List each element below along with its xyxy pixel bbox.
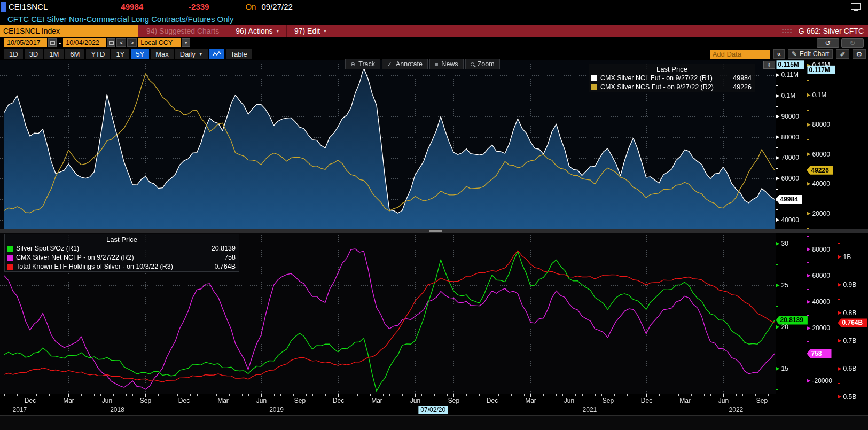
period-1y-button[interactable]: 1Y [111, 49, 129, 59]
legend-top: Last Price CMX Silver NCL Fut - on 9/27/… [589, 64, 755, 92]
period-1d-button[interactable]: 1D [4, 49, 23, 59]
legend-row-ncs[interactable]: CMX Silver NCS Fut - on 9/27/22 (R2) 492… [589, 83, 755, 92]
period-1m-button[interactable]: 1M [44, 49, 64, 59]
header-date: 09/27/22 [261, 2, 292, 11]
chart-area: ⊕ Track ∠ Annotate ≡ News Zoom ⇕ Last Pr… [0, 60, 868, 430]
header-row: CEI1SNCL 49984 -2339 On 09/27/22 [0, 0, 868, 13]
zoom-button[interactable]: Zoom [465, 59, 500, 69]
axis-scroll-button[interactable]: ⇕ [763, 61, 775, 69]
currency-select[interactable]: Local CCY [138, 38, 181, 47]
magnifier-icon [471, 62, 474, 66]
legend-bottom: Last Price Silver Spot $/Oz (R1) 20.8139… [4, 234, 239, 272]
line-chart-icon [212, 51, 222, 57]
annotate-label: Annotate [396, 60, 423, 68]
series-value: 758 [224, 254, 236, 261]
last-price: 49984 [121, 2, 143, 11]
chevron-down-icon: ▾ [324, 28, 326, 34]
calendar-icon [50, 41, 55, 45]
monitor-icon[interactable] [851, 3, 861, 10]
series-value: 49984 [733, 74, 752, 82]
settings-gear-button[interactable]: ⚙ [853, 49, 866, 59]
end-date-calendar-button[interactable] [107, 38, 115, 47]
chevron-down-icon: ▾ [276, 28, 279, 34]
series-label: CMX Silver NCL Fut - on 9/27/22 (R1) [600, 74, 713, 82]
next-period-button[interactable]: > [127, 38, 137, 47]
calendar-icon [109, 41, 114, 45]
series-label: CMX Silver NCS Fut - on 9/27/22 (R2) [600, 83, 714, 91]
series-label: CMX Silver Net NCFP - on 9/27/22 (R2) [16, 254, 134, 261]
news-icon: ≡ [435, 61, 438, 67]
currency-dropdown-button[interactable]: ▾ [182, 38, 190, 47]
period-max-button[interactable]: Max [151, 49, 174, 59]
ticker-symbol[interactable]: CEI1SNCL [9, 2, 48, 11]
series-swatch [7, 255, 13, 261]
grip-icon [781, 29, 793, 33]
security-field[interactable]: CEI1SNCL Index [0, 25, 138, 37]
period-toolbar: 1D 3D 1M 6M YTD 1Y 5Y Max Daily ▼ Table … [0, 48, 868, 60]
annotate-icon: ∠ [387, 61, 393, 68]
news-button[interactable]: ≡ News [429, 59, 464, 69]
legend-title: Last Price [5, 234, 239, 244]
date-range-toolbar: 10/05/2017 - 10/04/2022 < > Local CCY ▾ … [0, 37, 868, 48]
edit-menu[interactable]: 97) Edit ▾ [287, 25, 334, 37]
chevron-down-icon: ▼ [199, 52, 203, 57]
prev-period-button[interactable]: < [116, 38, 126, 47]
redo-button[interactable]: ↻ [841, 38, 864, 48]
suggested-charts-button[interactable]: 94) Suggested Charts [138, 27, 228, 35]
period-6m-button[interactable]: 6M [65, 49, 84, 59]
annotate-button[interactable]: ∠ Annotate [382, 59, 428, 69]
series-label: Silver Spot $/Oz (R1) [16, 245, 79, 252]
description-row: CFTC CEI Silver Non-Commercial Long Cont… [0, 13, 868, 25]
period-ytd-button[interactable]: YTD [86, 49, 110, 59]
add-data-input[interactable] [710, 50, 770, 59]
bloomberg-terminal: CEI1SNCL 49984 -2339 On 09/27/22 CFTC CE… [0, 0, 868, 430]
on-label: On [245, 2, 256, 11]
function-toolbar: CEI1SNCL Index 94) Suggested Charts 96) … [0, 25, 868, 37]
legend-row-etf[interactable]: Total Known ETF Holdings of Silver - on … [5, 262, 239, 271]
legend-title: Last Price [589, 64, 755, 74]
edit-chart-button[interactable]: ✎ Edit Chart [788, 49, 833, 59]
end-date-field[interactable]: 10/04/2022 [63, 38, 106, 47]
series-swatch [591, 84, 597, 90]
series-value: 49226 [733, 83, 752, 91]
edit-chart-label: Edit Chart [800, 50, 830, 58]
track-button[interactable]: ⊕ Track [345, 59, 380, 69]
legend-row-spot[interactable]: Silver Spot $/Oz (R1) 20.8139 [5, 244, 239, 253]
line-chart-type-button[interactable] [209, 49, 224, 59]
undo-button[interactable]: ↺ [817, 38, 839, 48]
chart-title: G 662: Silver CFTC [799, 27, 864, 35]
security-description: CFTC CEI Silver Non-Commercial Long Cont… [7, 14, 233, 24]
series-value: 20.8139 [212, 245, 236, 252]
track-label: Track [358, 60, 375, 68]
legend-row-ncfp[interactable]: CMX Silver Net NCFP - on 9/27/22 (R2) 75… [5, 253, 239, 262]
collapse-panel-button[interactable]: « [773, 49, 785, 59]
legend-row-ncl[interactable]: CMX Silver NCL Fut - on 9/27/22 (R1) 499… [589, 74, 755, 83]
frequency-label: Daily [180, 50, 196, 58]
chart-tools-toolbar: ⊕ Track ∠ Annotate ≡ News Zoom [345, 59, 500, 69]
frequency-select[interactable]: Daily ▼ [175, 49, 208, 59]
series-swatch [591, 75, 597, 81]
series-swatch [7, 264, 13, 270]
news-label: News [441, 60, 458, 68]
price-change: -2339 [189, 2, 209, 11]
pencil-icon: ✎ [792, 50, 797, 58]
edit-label: 97) Edit [294, 27, 320, 35]
period-3d-button[interactable]: 3D [25, 49, 43, 59]
start-date-field[interactable]: 10/05/2017 [4, 38, 47, 47]
crosshair-icon: ⊕ [350, 61, 355, 68]
start-date-calendar-button[interactable] [48, 38, 57, 47]
actions-label: 96) Actions [236, 27, 272, 35]
series-label: Total Known ETF Holdings of Silver - on … [16, 263, 173, 270]
period-5y-button[interactable]: 5Y [131, 49, 149, 59]
table-button[interactable]: Table [226, 49, 252, 59]
chevron-down-icon: ▾ [185, 41, 187, 45]
date-range-dash: - [58, 39, 62, 47]
zoom-label: Zoom [478, 60, 495, 68]
annotation-note-button[interactable]: ✐ [836, 49, 849, 59]
series-swatch [7, 246, 13, 252]
text-cursor [1, 2, 6, 12]
actions-menu[interactable]: 96) Actions ▾ [228, 25, 286, 37]
series-value: 0.764B [214, 263, 236, 270]
